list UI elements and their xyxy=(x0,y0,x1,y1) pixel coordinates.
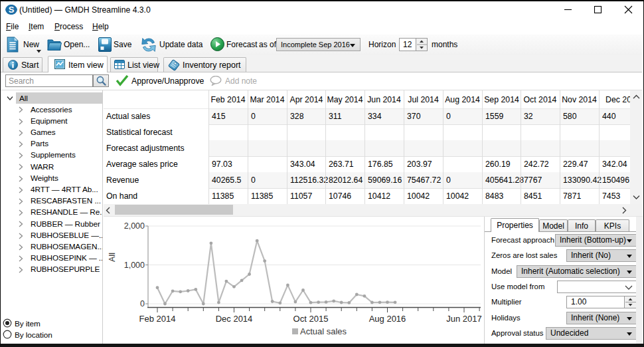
svg-text:Jun 2017: Jun 2017 xyxy=(446,314,482,324)
svg-text:2,000: 2,000 xyxy=(124,221,145,231)
svg-text:Actual sales: Actual sales xyxy=(300,326,347,336)
svg-text:Dec 2014: Dec 2014 xyxy=(216,314,253,324)
svg-text:Feb 2014: Feb 2014 xyxy=(139,314,176,324)
svg-text:0: 0 xyxy=(140,299,145,308)
svg-text:Oct 2015: Oct 2015 xyxy=(293,314,329,324)
svg-text:All: All xyxy=(108,253,117,262)
svg-text:Aug 2016: Aug 2016 xyxy=(369,314,406,324)
svg-text:S: S xyxy=(9,5,15,15)
svg-text:1,000: 1,000 xyxy=(124,261,145,270)
